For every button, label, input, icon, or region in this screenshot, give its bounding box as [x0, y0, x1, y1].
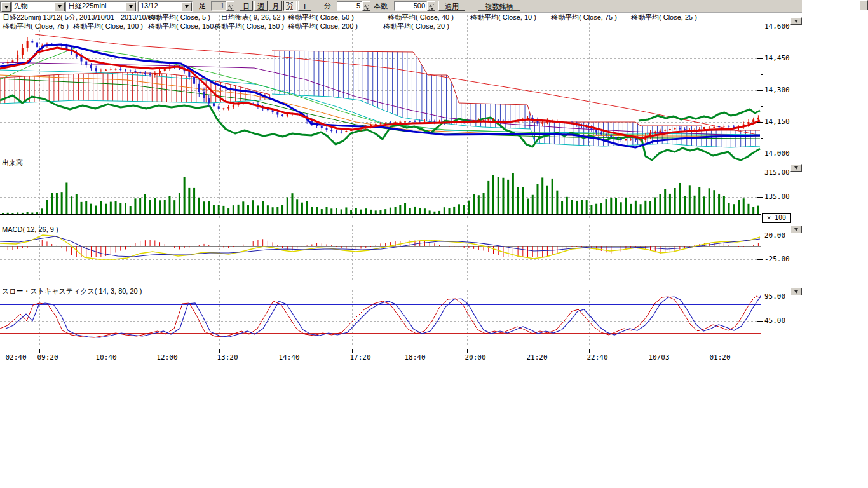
- instrument-select-value: 日経225mini: [66, 2, 126, 11]
- chevron-down-icon: [794, 166, 798, 170]
- stoch-axis-label: 95.00: [764, 293, 785, 301]
- x-axis-label: 14:40: [275, 354, 303, 362]
- bar-count-label: 本数: [374, 2, 388, 10]
- x-axis-label: 22:40: [583, 354, 611, 362]
- contract-month-select-value: 13/12: [139, 2, 182, 11]
- price-axis-label: 14,450: [764, 55, 790, 62]
- x-axis-label: 13:20: [214, 354, 241, 362]
- panel-dropdown-button[interactable]: [790, 288, 802, 295]
- price-axis-label: 14,000: [764, 150, 790, 158]
- macd-axis-label: 20.00: [764, 232, 785, 240]
- chevron-down-icon: [794, 290, 798, 294]
- period-month-button[interactable]: 月: [269, 1, 282, 11]
- stoch-axis-label: 45.00: [764, 317, 785, 325]
- diagonal-spinner-icon: [227, 4, 234, 11]
- instrument-select[interactable]: 日経225mini: [65, 1, 137, 12]
- bar-type-spin-button[interactable]: [226, 1, 234, 11]
- instrument-select-arrow-button[interactable]: [126, 2, 136, 11]
- header-indicator-label: 一目均衡表( 9, 26, 52 ): [214, 13, 285, 22]
- diagonal-spinner-icon: [363, 4, 370, 11]
- period-tick-button[interactable]: T: [298, 1, 311, 11]
- combo-fragment[interactable]: [0, 1, 11, 12]
- minute-spin-button[interactable]: [362, 1, 370, 11]
- header-indicator-label: 移動平均( Close, 5 ): [148, 13, 210, 22]
- header-indicator-label: 移動平均( Close, 150 ): [214, 22, 284, 30]
- trading-app-window: { "toolbar": { "combos": [ {"value": "先物…: [0, 0, 868, 488]
- price-axis-label: 14,300: [764, 86, 790, 94]
- x-axis-label: 10:40: [92, 354, 120, 362]
- header-indicator-label: 日経225mini 13/12( 5分, 2013/10/01 - 2013/1…: [3, 13, 160, 22]
- header-indicator-label: 移動平均( Close, 200 ): [288, 22, 358, 30]
- header-indicator-label: 移動平均( Close, 20 ): [383, 22, 449, 30]
- chart-canvas: [0, 0, 868, 488]
- chevron-down-icon: [129, 5, 133, 8]
- market-select-value: 先物: [12, 2, 55, 11]
- header-indicator-label: 移動平均( Close, 50 ): [288, 13, 354, 22]
- header-indicator-label: 移動平均( Close, 10 ): [470, 13, 536, 22]
- minute-label: 分: [324, 2, 331, 10]
- period-minute-button[interactable]: 分: [283, 1, 297, 11]
- multi-symbol-button[interactable]: 複数銘柄: [478, 1, 520, 11]
- macd-panel-label: MACD( 12, 26, 9 ): [2, 226, 58, 234]
- panel-dropdown-button[interactable]: [790, 164, 802, 172]
- x-axis-label: 12:00: [153, 354, 181, 362]
- header-indicator-label: 移動平均( Close, 75 ): [551, 13, 617, 22]
- macd-axis-label: -25.00: [764, 255, 790, 263]
- x-axis-label: 10/03: [645, 354, 673, 362]
- combo-fragment-arrow-button[interactable]: [1, 3, 11, 12]
- chevron-down-icon: [794, 20, 798, 23]
- market-select-arrow-button[interactable]: [55, 2, 65, 11]
- chevron-down-icon: [185, 5, 189, 8]
- contract-month-select-arrow-button[interactable]: [182, 2, 192, 11]
- bar-count-spin-button[interactable]: [427, 1, 435, 11]
- chevron-down-icon: [794, 228, 798, 231]
- volume-axis-label: 315.00: [764, 169, 790, 177]
- x-axis-label: 20:00: [461, 354, 489, 362]
- period-week-button[interactable]: 週: [254, 1, 268, 11]
- x-axis-label: 21:20: [523, 354, 551, 362]
- apply-button[interactable]: 適用: [438, 1, 465, 11]
- price-axis-label: 14,150: [764, 118, 790, 126]
- panel-dropdown-button[interactable]: [790, 226, 802, 233]
- x-axis-label: 02:40: [2, 354, 30, 362]
- market-select[interactable]: 先物: [11, 1, 65, 12]
- bar-count-stepper[interactable]: 500: [394, 1, 427, 11]
- diagonal-spinner-icon: [428, 4, 435, 11]
- volume-axis-label: 135.00: [764, 193, 790, 201]
- volume-multiplier-badge: × 100: [762, 213, 791, 223]
- volume-panel-label: 出来高: [2, 159, 23, 167]
- chevron-down-icon: [4, 6, 8, 9]
- stoch-panel-label: スロー・ストキャスティクス( 14, 3, 80, 20 ): [2, 287, 142, 295]
- header-indicator-label: 移動平均( Close, 75 ): [3, 22, 69, 30]
- chevron-down-icon: [58, 5, 62, 8]
- x-axis-label: 18:40: [401, 354, 429, 362]
- x-axis-label: 01:20: [706, 354, 734, 362]
- toolbar: 先物 日経225mini 13/12 足 1 日 週 月 分 T 分 5 本数 …: [0, 0, 802, 13]
- panel-dropdown-button[interactable]: [790, 17, 802, 25]
- header-indicator-label: 移動平均( Close, 25 ): [631, 13, 697, 22]
- bar-type-label: 足: [199, 2, 206, 10]
- x-axis-label: 09:20: [34, 354, 62, 362]
- header-indicator-label: 移動平均( Close, 150 ): [148, 22, 218, 30]
- contract-month-select[interactable]: 13/12: [138, 1, 193, 12]
- bar-type-stepper[interactable]: 1: [211, 1, 226, 11]
- minute-stepper[interactable]: 5: [337, 1, 362, 11]
- header-indicator-label: 移動平均( Close, 40 ): [388, 13, 454, 22]
- period-day-button[interactable]: 日: [240, 1, 253, 11]
- scrollbar-fragment[interactable]: [859, 0, 868, 10]
- x-axis-label: 17:20: [346, 354, 374, 362]
- price-axis-label: 14,600: [764, 23, 790, 30]
- header-indicator-label: 移動平均( Close, 100 ): [73, 22, 143, 30]
